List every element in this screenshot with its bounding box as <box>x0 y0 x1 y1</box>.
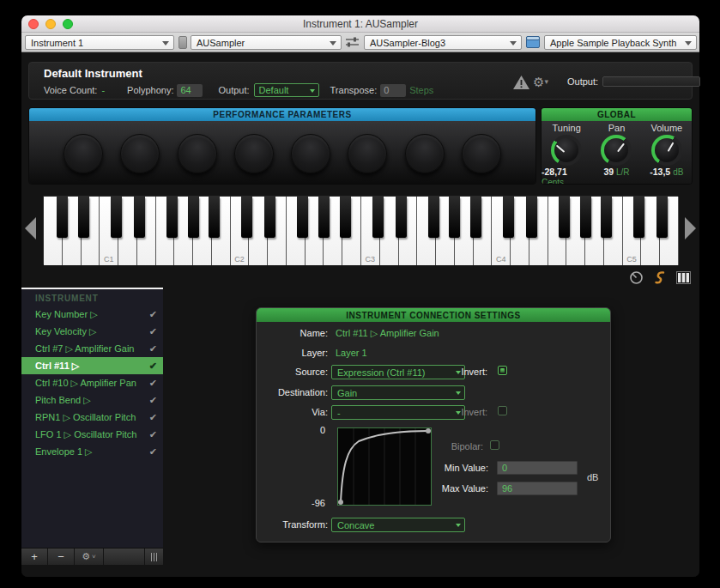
knob[interactable] <box>551 135 582 166</box>
remove-connection-button[interactable]: − <box>48 549 75 565</box>
add-connection-button[interactable]: + <box>21 549 48 565</box>
enabled-check-icon[interactable]: ✔ <box>149 361 157 372</box>
max-value-field[interactable] <box>497 482 578 495</box>
knob-face <box>604 138 628 162</box>
modulation-item-label: Key Number ▷ <box>35 309 98 320</box>
black-key-Dsharp3[interactable] <box>396 197 407 238</box>
source-label: Source: <box>257 367 328 377</box>
black-key-Fsharp3[interactable] <box>428 197 439 238</box>
performance-knob-7[interactable] <box>405 134 445 173</box>
performance-knob-2[interactable] <box>120 134 160 173</box>
knob[interactable] <box>601 135 632 166</box>
black-key-Csharp1[interactable] <box>111 197 122 238</box>
sliders-icon[interactable] <box>345 36 360 48</box>
output-dropdown[interactable]: Default <box>254 83 319 97</box>
enabled-check-icon[interactable]: ✔ <box>149 412 157 423</box>
min-value-label: Min Value: <box>425 463 488 473</box>
transpose-field[interactable]: 0 <box>380 84 406 97</box>
enabled-check-icon[interactable]: ✔ <box>149 326 157 337</box>
keyboard-scroll-right-button[interactable] <box>685 217 696 239</box>
black-key-Gsharp2[interactable] <box>318 197 330 238</box>
output-meter-label: Output: <box>567 76 598 87</box>
black-key-Gsharp1[interactable] <box>188 197 199 238</box>
polyphony-field[interactable]: 64 <box>177 84 203 97</box>
destination-dropdown[interactable]: Gain <box>331 385 465 400</box>
source-invert-checkbox[interactable] <box>498 366 507 375</box>
black-key-Fsharp2[interactable] <box>297 197 308 238</box>
black-key-Csharp4[interactable] <box>503 197 514 238</box>
instrument-params-row: Voice Count: - Polyphony: 64 Output: Def… <box>44 83 433 97</box>
min-value-field[interactable] <box>497 461 578 475</box>
black-key-Asharp3[interactable] <box>470 197 481 238</box>
black-key-Asharp4[interactable] <box>601 197 612 238</box>
performance-knob-6[interactable] <box>348 134 387 173</box>
black-key-Csharp2[interactable] <box>241 197 252 238</box>
octave-label: C3 <box>361 255 379 264</box>
black-key-Gsharp3[interactable] <box>449 197 460 238</box>
title-bar: Instrument 1: AUSampler <box>21 15 699 33</box>
modulation-item-0[interactable]: Key Number ▷✔ <box>21 306 163 323</box>
performance-knob-3[interactable] <box>178 134 217 173</box>
modulation-item-3[interactable]: Ctrl #11 ▷✔ <box>21 357 163 374</box>
modulation-item-1[interactable]: Key Velocity ▷✔ <box>21 323 163 340</box>
curve-y-max-label: 0 <box>257 425 325 435</box>
editor-window-icon[interactable] <box>526 36 540 48</box>
warning-icon[interactable] <box>512 75 530 90</box>
black-key-Gsharp0[interactable] <box>57 197 68 238</box>
chevron-down-icon: ˅ <box>92 553 96 561</box>
knob-label: Tuning <box>553 123 581 133</box>
enabled-check-icon[interactable]: ✔ <box>149 429 157 440</box>
view-selector-dropdown[interactable]: Apple Sample Playback Synth <box>544 35 697 50</box>
modulation-item-4[interactable]: Ctrl #10 ▷ Amplifier Pan✔ <box>21 374 163 391</box>
enabled-check-icon[interactable]: ✔ <box>149 343 157 355</box>
knob[interactable] <box>651 135 682 166</box>
enabled-check-icon[interactable]: ✔ <box>149 309 157 320</box>
modulation-item-6[interactable]: RPN1 ▷ Oscillator Pitch✔ <box>21 409 163 426</box>
track-selector-dropdown[interactable]: Instrument 1 <box>25 35 174 50</box>
black-key-Asharp0[interactable] <box>78 197 89 238</box>
black-key-Csharp3[interactable] <box>372 197 384 238</box>
via-invert-label: Invert: <box>434 407 487 417</box>
performance-parameters-panel: PERFORMANCE PARAMETERS <box>28 107 536 185</box>
link-button[interactable] <box>178 36 187 49</box>
black-key-Csharp5[interactable] <box>633 197 644 238</box>
voice-count-label: Voice Count: <box>44 85 97 95</box>
performance-knob-1[interactable] <box>64 134 103 173</box>
transform-dropdown[interactable]: Concave <box>331 518 465 532</box>
black-key-Asharp2[interactable] <box>340 197 351 238</box>
black-key-Fsharp1[interactable] <box>166 197 178 238</box>
black-key-Dsharp5[interactable] <box>656 197 668 238</box>
black-key-Asharp1[interactable] <box>209 197 220 238</box>
dial-view-icon[interactable] <box>629 270 644 285</box>
black-key-Dsharp4[interactable] <box>526 197 537 238</box>
preset-selector-dropdown[interactable]: AUSampler-Blog3 <box>364 35 522 50</box>
action-menu-button[interactable]: ⚙ ˅ <box>75 549 104 565</box>
black-key-Fsharp4[interactable] <box>559 197 570 238</box>
transform-curve-graph[interactable] <box>337 427 432 506</box>
enabled-check-icon[interactable]: ✔ <box>149 378 157 389</box>
bipolar-checkbox[interactable] <box>490 440 499 450</box>
via-invert-checkbox[interactable] <box>498 406 507 415</box>
performance-knob-8[interactable] <box>462 134 501 173</box>
keyboard-scroll-left-button[interactable] <box>25 217 36 239</box>
output-label: Output: <box>218 85 249 95</box>
enabled-check-icon[interactable]: ✔ <box>149 395 157 406</box>
black-key-Dsharp2[interactable] <box>264 197 275 238</box>
modulation-curve-icon[interactable] <box>652 270 668 285</box>
keyboard-view-icon[interactable] <box>676 271 691 284</box>
black-key-Dsharp1[interactable] <box>134 197 145 238</box>
performance-knob-5[interactable] <box>291 134 330 173</box>
black-key-Gsharp4[interactable] <box>580 197 591 238</box>
modulation-item-8[interactable]: Envelope 1 ▷✔ <box>21 443 163 460</box>
modulation-item-5[interactable]: Pitch Bend ▷✔ <box>21 391 163 409</box>
destination-value: Gain <box>337 388 357 398</box>
settings-menu-button[interactable]: ⚙▾ <box>533 75 548 90</box>
transpose-label: Transpose: <box>330 85 378 95</box>
performance-knob-4[interactable] <box>234 134 274 173</box>
plugin-selector-dropdown[interactable]: AUSampler <box>191 35 342 50</box>
modulation-item-7[interactable]: LFO 1 ▷ Oscillator Pitch✔ <box>21 426 163 443</box>
resize-handle[interactable] <box>144 549 163 565</box>
destination-label: Destination: <box>257 387 328 397</box>
modulation-item-2[interactable]: Ctrl #7 ▷ Amplifier Gain✔ <box>21 340 163 357</box>
enabled-check-icon[interactable]: ✔ <box>149 446 157 458</box>
